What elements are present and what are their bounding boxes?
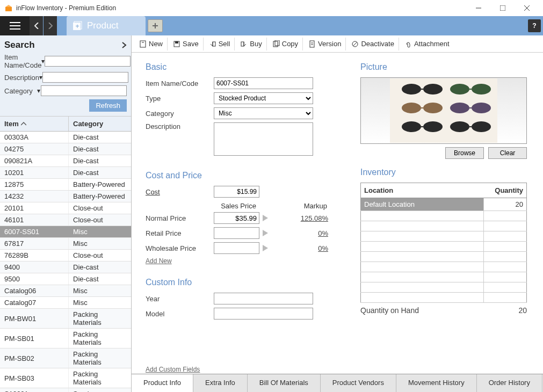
attachment-button[interactable]: Attachment [400,38,454,50]
list-item[interactable]: 46101Close-out [0,214,131,226]
tab-product-info[interactable]: Product Info [132,374,193,392]
list-item[interactable]: 20101Close-out [0,202,131,214]
inventory-row-empty[interactable] [361,272,527,282]
list-item[interactable]: PM-SB01Packing Materials [0,329,131,349]
cost-input[interactable] [214,186,259,198]
maximize-button[interactable] [490,0,515,16]
inventory-row-empty[interactable] [361,293,527,303]
picture-box[interactable] [360,77,527,144]
tab-order-history[interactable]: Order History [477,374,542,392]
tab-movement-history[interactable]: Movement History [396,374,477,392]
list-item[interactable]: S10001Services [0,388,131,392]
list-item-code: Catalog06 [0,285,68,296]
apply-icon[interactable] [259,245,271,251]
help-button[interactable]: ? [528,19,541,32]
search-cat-input[interactable] [41,85,127,96]
picture-section: Picture Browse Clear [360,62,529,159]
search-item-input[interactable] [45,56,131,67]
list-item[interactable]: PM-BW01Packing Materials [0,309,131,329]
inventory-row[interactable]: Default Location20 [361,198,527,211]
list-item[interactable]: 14232Battery-Powered [0,191,131,202]
list-item[interactable]: 04275Die-cast [0,143,131,155]
model-input[interactable] [214,308,313,320]
dropdown-icon[interactable]: ▾ [37,87,41,95]
new-tab-button[interactable] [148,19,163,32]
refresh-button[interactable]: Refresh [89,99,127,112]
save-button[interactable]: Save [169,38,204,50]
add-new-price-link[interactable]: Add New [146,257,172,265]
col-header-location[interactable]: Location [361,183,484,198]
item-list[interactable]: 00303ADie-cast04275Die-cast090821ADie-ca… [0,132,131,392]
list-item[interactable]: Catalog06Misc [0,285,131,297]
list-item-code: 76289B [0,250,68,261]
normal-price-input[interactable] [214,212,259,224]
list-item[interactable]: 090821ADie-cast [0,155,131,167]
list-item-category: Die-cast [68,273,131,285]
tab-product[interactable]: + Product [67,16,146,35]
description-input[interactable] [214,122,313,156]
list-item-code: 67817 [0,238,68,249]
nav-forward-button[interactable] [44,16,57,35]
tab-bom[interactable]: Bill Of Materials [248,374,321,392]
list-item[interactable]: 76289BClose-out [0,250,131,262]
list-item[interactable]: Catalog07Misc [0,297,131,309]
tab-vendors[interactable]: Product Vendors [321,374,396,392]
wholesale-markup[interactable]: 0% [271,244,328,252]
wholesale-price-input[interactable] [214,242,259,254]
apply-icon[interactable] [259,215,271,221]
inventory-row-empty[interactable] [361,252,527,262]
buy-button[interactable]: Buy [236,38,266,50]
list-item[interactable]: 6007-SS01Misc [0,226,131,238]
minimize-button[interactable] [466,0,490,16]
inventory-row-empty[interactable] [361,221,527,231]
copy-button[interactable]: Copy [268,38,303,50]
retail-markup[interactable]: 0% [271,229,328,237]
tab-extra-info[interactable]: Extra Info [193,374,248,392]
col-header-item[interactable]: Item [0,117,68,131]
add-custom-fields-link[interactable]: Add Custom Fields [146,366,200,373]
browse-button[interactable]: Browse [445,147,484,159]
inventory-row-empty[interactable] [361,231,527,242]
type-select[interactable]: Stocked Product [214,92,313,104]
clear-button[interactable]: Clear [488,147,527,159]
list-item[interactable]: PM-SB03Packing Materials [0,368,131,388]
list-item-code: 46101 [0,214,68,226]
year-input[interactable] [214,293,313,304]
list-item[interactable]: 10201Die-cast [0,167,131,179]
deactivate-button[interactable]: Deactivate [347,38,399,50]
list-item[interactable]: 00303ADie-cast [0,132,131,143]
list-item-code: 6007-SS01 [0,226,68,237]
cost-label[interactable]: Cost [146,188,160,196]
inventory-row-empty[interactable] [361,211,527,221]
custom-title: Custom Info [146,278,328,287]
list-item[interactable]: 9400Die-cast [0,262,131,273]
inventory-row-empty[interactable] [361,282,527,293]
list-item-category: Packing Materials [68,368,131,388]
collapse-icon[interactable] [121,41,127,49]
col-header-quantity[interactable]: Quantity [484,183,527,198]
apply-icon[interactable] [259,230,271,236]
retail-price-input[interactable] [214,227,259,239]
inventory-row-empty[interactable] [361,262,527,272]
inventory-row-empty[interactable] [361,242,527,252]
list-item[interactable]: PM-SB02Packing Materials [0,349,131,368]
sell-button[interactable]: Sell [205,38,235,50]
list-item[interactable]: 67817Misc [0,238,131,250]
main-menu-button[interactable] [0,16,30,35]
bottom-tabs: Product Info Extra Info Bill Of Material… [132,374,543,392]
item-name-input[interactable] [214,77,313,89]
list-item-category: Die-cast [68,132,131,143]
list-item[interactable]: 12875Battery-Powered [0,179,131,191]
col-header-category[interactable]: Category [68,117,131,131]
new-button[interactable]: New [135,38,168,50]
category-select[interactable]: Misc [214,107,313,119]
list-item[interactable]: 9500Die-cast [0,273,131,285]
normal-markup[interactable]: 125.08% [271,214,328,222]
search-desc-input[interactable] [42,72,128,83]
nav-back-button[interactable] [30,16,43,35]
close-button[interactable] [515,0,539,16]
version-button[interactable]: Version [304,38,346,50]
title-bar: inFlow Inventory - Premium Edition [0,0,543,16]
list-item-code: S10001 [0,388,68,392]
basic-section: Basic Item Name/Code TypeStocked Product… [146,62,328,156]
